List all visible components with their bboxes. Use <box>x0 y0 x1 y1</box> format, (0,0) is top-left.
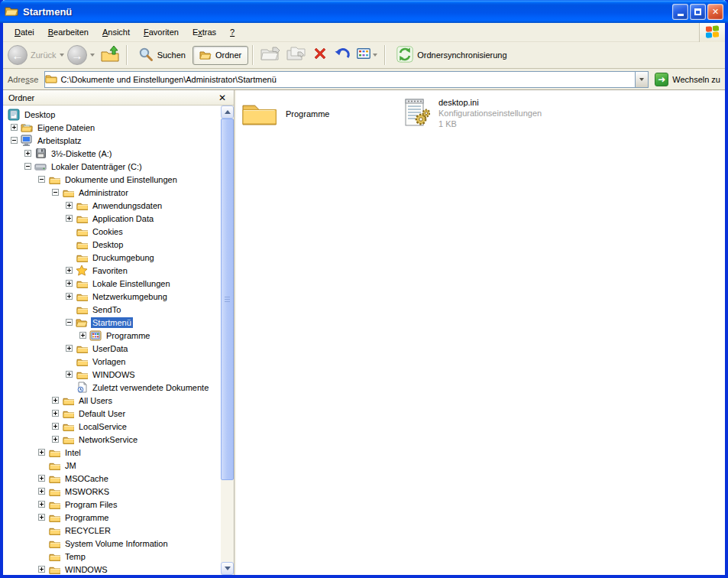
expand-plus-icon[interactable] <box>79 332 89 339</box>
menu-item-datei[interactable]: Datei <box>8 25 41 39</box>
expand-plus-icon[interactable] <box>11 124 21 131</box>
tree-item-favoriten[interactable]: Favoriten <box>3 264 221 277</box>
expand-plus-icon[interactable] <box>38 488 48 495</box>
tree-item-windows[interactable]: WINDOWS <box>3 563 221 575</box>
expand-plus-icon[interactable] <box>38 514 48 521</box>
expand-plus-icon[interactable] <box>38 501 48 508</box>
tree-item-sendto[interactable]: SendTo <box>3 303 221 316</box>
expand-plus-icon[interactable] <box>38 475 48 482</box>
tree-item-anwendungsdaten[interactable]: Anwendungsdaten <box>3 199 221 212</box>
close-button[interactable]: ✕ <box>707 4 723 20</box>
expand-plus-icon[interactable] <box>38 566 48 573</box>
tree-item-networkservice[interactable]: NetworkService <box>3 433 221 446</box>
undo-button[interactable] <box>331 44 354 66</box>
expand-plus-icon[interactable] <box>66 345 76 352</box>
back-dropdown-icon[interactable] <box>60 54 64 57</box>
expand-plus-icon[interactable] <box>52 423 62 430</box>
tree-item-recycler[interactable]: RECYCLER <box>3 524 221 537</box>
tree-item-jm[interactable]: JM <box>3 459 221 472</box>
tree-item-intel[interactable]: Intel <box>3 446 221 459</box>
menu-item-favoriten[interactable]: Favoriten <box>137 25 186 39</box>
expand-plus-icon[interactable] <box>66 371 76 378</box>
menu-bar: DateiBearbeitenAnsichtFavoritenExtras? <box>3 23 725 42</box>
expand-plus-icon[interactable] <box>66 267 76 274</box>
move-to-button[interactable] <box>257 44 283 67</box>
scrollbar-thumb[interactable] <box>221 119 234 480</box>
menu-item-extras[interactable]: Extras <box>186 25 223 39</box>
expand-plus-icon[interactable] <box>38 449 48 456</box>
tree-item-lokale-einstellungen[interactable]: Lokale Einstellungen <box>3 277 221 290</box>
tree-item-localservice[interactable]: LocalService <box>3 420 221 433</box>
collapse-minus-icon[interactable] <box>52 189 62 196</box>
tree-item-desktop[interactable]: Desktop <box>3 238 221 251</box>
folders-button[interactable]: Ordner <box>193 46 248 65</box>
menu-item-bearbeiten[interactable]: Bearbeiten <box>41 25 95 39</box>
collapse-minus-icon[interactable] <box>11 137 21 144</box>
tree-item-vorlagen[interactable]: Vorlagen <box>3 355 221 368</box>
back-button[interactable]: ← Zurück <box>8 45 64 65</box>
tree-item-msocache[interactable]: MSOCache <box>3 472 221 485</box>
menu-item-?[interactable]: ? <box>223 25 241 39</box>
tree-item-programme[interactable]: Programme <box>3 329 221 342</box>
copy-to-button[interactable] <box>283 44 309 67</box>
title-bar[interactable]: Startmenü ✕ <box>0 0 728 23</box>
search-button[interactable]: Suchen <box>131 43 193 67</box>
tree-item-all-users[interactable]: All Users <box>3 394 221 407</box>
tree-item-zuletzt-verwendete-dokumente[interactable]: Zuletzt verwendete Dokumente <box>3 381 221 394</box>
tree-item-dokumente-und-einstellungen[interactable]: Dokumente und Einstellungen <box>3 173 221 186</box>
collapse-minus-icon[interactable] <box>38 176 48 183</box>
forward-dropdown-icon[interactable] <box>90 54 95 57</box>
tree-item-temp[interactable]: Temp <box>3 550 221 563</box>
tree-item-msworks[interactable]: MSWORKS <box>3 485 221 498</box>
expand-plus-icon[interactable] <box>24 150 34 157</box>
tree-item-lokaler-datentr-ger-c-[interactable]: Lokaler Datenträger (C:) <box>3 160 221 173</box>
scroll-up-button[interactable] <box>221 106 234 119</box>
scroll-down-button[interactable] <box>221 562 234 575</box>
expand-plus-icon[interactable] <box>52 436 62 443</box>
go-button[interactable]: ➜ Wechseln zu <box>655 73 720 86</box>
delete-button[interactable] <box>309 44 331 67</box>
tree-item-arbeitsplatz[interactable]: Arbeitsplatz <box>3 134 221 147</box>
address-dropdown-button[interactable] <box>635 72 648 87</box>
tree-item-cookies[interactable]: Cookies <box>3 225 221 238</box>
up-button[interactable] <box>98 43 122 67</box>
tree-item-startmen-[interactable]: Startmenü <box>3 316 221 329</box>
expand-plus-icon[interactable] <box>66 215 76 222</box>
expand-plus-icon[interactable] <box>52 397 62 404</box>
folder-sync-button[interactable]: Ordnersynchronisierung <box>390 42 513 68</box>
collapse-minus-icon[interactable] <box>24 163 34 170</box>
tree-item-label: Netzwerkumgebung <box>91 291 169 302</box>
expand-plus-icon[interactable] <box>66 280 76 287</box>
tree-item-windows[interactable]: WINDOWS <box>3 368 221 381</box>
recent-icon <box>76 382 88 394</box>
expand-plus-icon[interactable] <box>66 202 76 209</box>
file-tile-desktop-ini[interactable]: desktop.iniKonfigurationseinstellungen1 … <box>404 96 542 130</box>
minimize-button[interactable] <box>672 4 688 20</box>
tree-item-system-volume-information[interactable]: System Volume Information <box>3 537 221 550</box>
forward-button[interactable]: → <box>67 45 95 65</box>
tree-item-3½-diskette-a-[interactable]: 3½-Diskette (A:) <box>3 147 221 160</box>
delete-icon <box>312 46 328 64</box>
tree-item-desktop[interactable]: Desktop <box>3 108 221 121</box>
maximize-button[interactable] <box>690 4 706 20</box>
tree-item-druckumgebung[interactable]: Druckumgebung <box>3 251 221 264</box>
tree-item-program-files[interactable]: Program Files <box>3 498 221 511</box>
tree-item-administrator[interactable]: Administrator <box>3 186 221 199</box>
tree-item-default-user[interactable]: Default User <box>3 407 221 420</box>
tree-scrollbar[interactable] <box>221 106 234 575</box>
file-tile-programme[interactable]: Programme <box>242 98 329 129</box>
tree-item-programme[interactable]: Programme <box>3 511 221 524</box>
menu-item-ansicht[interactable]: Ansicht <box>95 25 137 39</box>
expand-plus-icon[interactable] <box>52 410 62 417</box>
expand-plus-icon[interactable] <box>66 293 76 300</box>
tree-item-application-data[interactable]: Application Data <box>3 212 221 225</box>
folders-pane-close-icon[interactable]: ✕ <box>216 93 228 103</box>
tree-item-userdata[interactable]: UserData <box>3 342 221 355</box>
collapse-minus-icon[interactable] <box>66 319 76 326</box>
folder-icon <box>76 356 88 368</box>
brand-panel <box>699 23 725 42</box>
tree-item-netzwerkumgebung[interactable]: Netzwerkumgebung <box>3 290 221 303</box>
tree-item-eigene-dateien[interactable]: Eigene Dateien <box>3 121 221 134</box>
address-input[interactable]: C:\Dokumente und Einstellungen\Administr… <box>44 71 649 88</box>
views-button[interactable] <box>354 46 380 64</box>
